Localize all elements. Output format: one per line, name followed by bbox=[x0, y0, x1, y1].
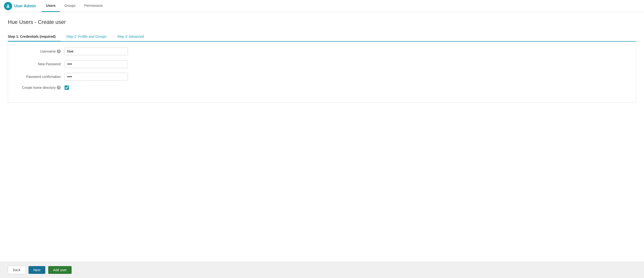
password-confirm-input[interactable] bbox=[64, 73, 128, 81]
create-home-label: Create home directory ? bbox=[16, 86, 64, 90]
step-tab-1[interactable]: Step 1: Credentials (required) bbox=[8, 32, 60, 42]
form-card: Username ? New Password Password confirm… bbox=[8, 42, 636, 103]
new-password-input[interactable] bbox=[64, 60, 128, 68]
brand-title: User Admin bbox=[14, 4, 36, 8]
step-tabs: Step 1: Credentials (required) Step 2: P… bbox=[8, 32, 636, 42]
main-content: Hue Users - Create user Step 1: Credenti… bbox=[0, 12, 644, 115]
brand-link[interactable]: User Admin bbox=[4, 2, 36, 10]
username-input[interactable] bbox=[64, 47, 128, 55]
svg-point-0 bbox=[7, 5, 9, 6]
main-nav: Users Groups Permissions bbox=[42, 0, 107, 12]
create-home-checkbox[interactable] bbox=[64, 85, 69, 90]
brand-icon bbox=[4, 2, 12, 10]
username-row: Username ? bbox=[16, 47, 628, 55]
header: User Admin Users Groups Permissions bbox=[0, 0, 644, 12]
new-password-label: New Password bbox=[16, 62, 64, 66]
page-title: Hue Users - Create user bbox=[8, 19, 636, 25]
nav-tab-groups[interactable]: Groups bbox=[60, 0, 80, 12]
create-home-row: Create home directory ? bbox=[16, 85, 628, 90]
nav-tab-users[interactable]: Users bbox=[42, 0, 60, 12]
password-confirm-label: Password confirmation bbox=[16, 75, 64, 79]
step-tab-2[interactable]: Step 2: Profile and Groups bbox=[66, 32, 111, 41]
create-home-help-icon[interactable]: ? bbox=[57, 86, 61, 90]
username-help-icon[interactable]: ? bbox=[57, 49, 61, 53]
password-confirm-row: Password confirmation bbox=[16, 73, 628, 81]
new-password-row: New Password bbox=[16, 60, 628, 68]
username-label: Username ? bbox=[16, 49, 64, 53]
step-tab-3[interactable]: Step 3: Advanced bbox=[117, 32, 149, 41]
nav-tab-permissions[interactable]: Permissions bbox=[80, 0, 107, 12]
